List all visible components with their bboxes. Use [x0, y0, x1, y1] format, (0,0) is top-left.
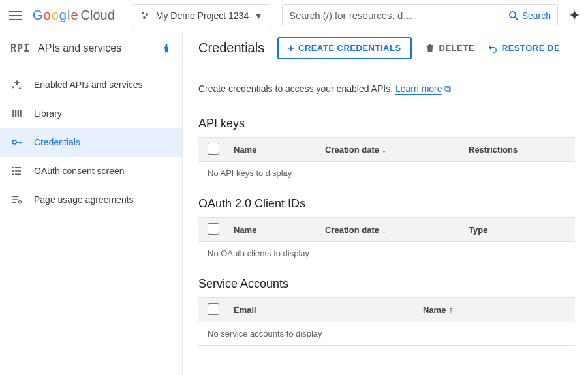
sidebar-title: APIs and services — [38, 42, 153, 54]
sidebar-item-label: OAuth consent screen — [34, 166, 125, 176]
library-icon — [10, 107, 23, 120]
sidebar-item-oauth-consent[interactable]: OAuth consent screen — [0, 157, 182, 185]
svg-rect-8 — [20, 110, 22, 117]
pin-icon[interactable] — [161, 43, 172, 53]
sort-asc-icon: ↑ — [448, 305, 453, 315]
col-type[interactable]: Type — [469, 225, 566, 235]
search-button[interactable]: Search — [508, 10, 551, 22]
svg-point-3 — [510, 12, 516, 18]
col-creation-date[interactable]: Creation date ↓ — [325, 144, 469, 155]
hamburger-menu[interactable] — [8, 8, 23, 23]
sa-empty: No service accounts to display — [198, 322, 575, 346]
search-box[interactable]: Search (/) for resources, d… Search — [282, 4, 558, 27]
plus-icon: + — [288, 43, 294, 53]
svg-rect-6 — [15, 110, 16, 117]
search-input[interactable]: Search (/) for resources, d… — [289, 10, 504, 21]
sidebar-item-label: Enabled APIs and services — [34, 80, 143, 90]
svg-rect-18 — [15, 174, 21, 175]
sidebar-item-label: Library — [34, 108, 62, 119]
sa-table-header: Email Name ↑ — [198, 297, 575, 322]
agreements-icon — [10, 193, 23, 206]
api-badge-icon: RPI — [10, 42, 30, 54]
search-icon — [508, 10, 519, 22]
api-keys-table-header: Name Creation date ↓ Restrictions — [198, 137, 575, 162]
project-selector[interactable]: My Demo Project 1234 ▼ — [132, 4, 271, 27]
sidebar-item-enabled-apis[interactable]: Enabled APIs and services — [0, 70, 182, 99]
svg-rect-7 — [18, 110, 19, 117]
sidebar-item-agreements[interactable]: Page usage agreements — [0, 185, 182, 214]
svg-rect-17 — [15, 170, 21, 172]
section-sa-title: Service Accounts — [198, 277, 575, 291]
svg-rect-21 — [12, 202, 16, 203]
create-credentials-button[interactable]: + CREATE CREDENTIALS — [277, 37, 411, 59]
svg-rect-20 — [12, 199, 18, 200]
project-icon — [140, 10, 151, 21]
project-name: My Demo Project 1234 — [156, 10, 249, 21]
svg-point-14 — [12, 170, 14, 172]
key-icon — [10, 136, 23, 149]
section-api-keys-title: API keys — [198, 117, 575, 130]
delete-button[interactable]: DELETE — [425, 43, 474, 53]
col-creation-date[interactable]: Creation date ↓ — [325, 224, 469, 235]
intro-text: Create credentials to access your enable… — [198, 65, 575, 105]
sidebar-header: RPI APIs and services — [0, 31, 182, 65]
sort-desc-icon: ↓ — [382, 144, 386, 155]
svg-rect-5 — [12, 110, 14, 117]
page-title: Credentials — [198, 40, 264, 55]
consent-icon — [10, 164, 23, 177]
svg-point-2 — [143, 16, 146, 19]
svg-point-0 — [142, 12, 144, 14]
sidebar-item-credentials[interactable]: Credentials — [0, 128, 182, 157]
svg-rect-16 — [15, 167, 21, 168]
undo-icon — [487, 43, 498, 53]
external-link-icon: ⧉ — [444, 83, 451, 94]
enabled-apis-icon — [10, 78, 23, 91]
api-keys-select-all[interactable] — [208, 143, 219, 155]
api-keys-empty: No API keys to display — [198, 162, 575, 185]
section-oauth-title: OAuth 2.0 Client IDs — [198, 197, 575, 211]
oauth-select-all[interactable] — [208, 223, 219, 235]
svg-rect-19 — [12, 196, 18, 198]
col-name[interactable]: Name — [234, 225, 325, 235]
sort-desc-icon: ↓ — [382, 224, 386, 235]
svg-point-9 — [12, 140, 16, 144]
sparkle-icon[interactable]: ✦ — [568, 7, 580, 24]
restore-button[interactable]: RESTORE DE — [487, 43, 560, 53]
oauth-empty: No OAuth clients to display — [198, 242, 575, 265]
sa-select-all[interactable] — [208, 303, 219, 315]
oauth-table-header: Name Creation date ↓ Type — [198, 217, 575, 242]
svg-line-4 — [515, 17, 518, 20]
col-restrictions[interactable]: Restrictions — [469, 145, 566, 155]
caret-down-icon: ▼ — [254, 10, 263, 21]
trash-icon — [425, 43, 435, 53]
sidebar-item-label: Page usage agreements — [34, 194, 134, 205]
svg-point-13 — [12, 167, 14, 168]
col-name[interactable]: Name ↑ — [423, 305, 566, 315]
col-email[interactable]: Email — [234, 305, 423, 315]
google-cloud-logo[interactable]: GoogleCloud — [33, 8, 115, 23]
svg-point-1 — [146, 13, 148, 16]
col-name[interactable]: Name — [234, 145, 325, 155]
svg-point-15 — [12, 173, 14, 175]
sidebar-item-library[interactable]: Library — [0, 99, 182, 128]
sidebar-item-label: Credentials — [34, 137, 80, 147]
learn-more-link[interactable]: Learn more — [395, 83, 442, 95]
